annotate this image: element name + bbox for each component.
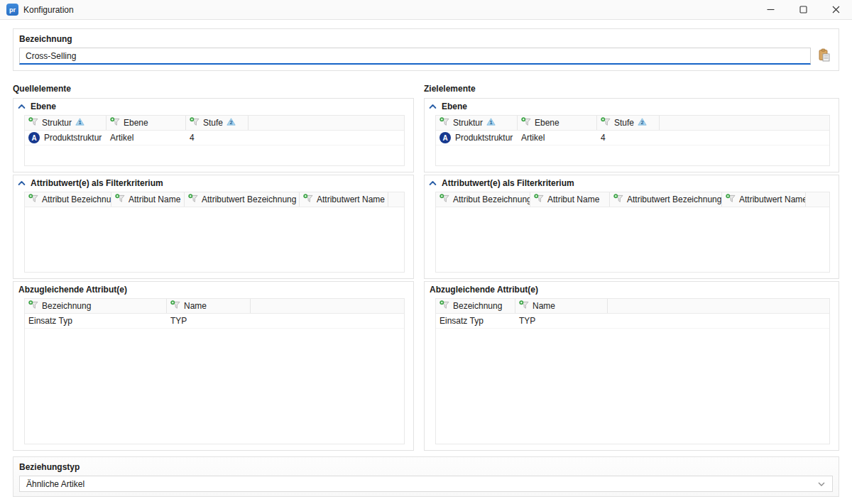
beziehungstyp-label: Beziehungstyp <box>19 462 833 472</box>
cell-struktur: Produktstruktur <box>455 133 513 143</box>
column-header-bezeichnung[interactable]: Bezeichnung <box>25 299 167 313</box>
column-label: Attributwert Bezeichnung <box>202 195 296 204</box>
cell-bezeichnung: Einsatz Typ <box>439 316 484 326</box>
bezeichnung-group: Bezeichnung <box>13 28 839 71</box>
table-header-row: Attribut Bezeichnung Attribut Name Attri… <box>25 192 404 207</box>
filter-add-icon[interactable] <box>110 117 120 128</box>
target-ebene-expander[interactable]: Ebene <box>425 99 839 114</box>
filter-add-icon[interactable] <box>601 117 611 128</box>
filter-add-icon[interactable] <box>439 300 449 312</box>
cell-name: TYP <box>519 316 535 326</box>
target-filter-expander[interactable]: Attributwert(e) als Filterkriterium <box>425 175 839 190</box>
target-attribute-header: Abzugleichende Attribut(e) <box>430 285 538 295</box>
filter-add-icon[interactable] <box>28 300 38 312</box>
table-row[interactable]: A Produktstruktur Artikel 4 <box>436 131 829 146</box>
filter-add-icon[interactable] <box>170 300 180 312</box>
column-header-attributwert-bezeichnung[interactable]: Attributwert Bezeichnung <box>610 192 722 207</box>
target-ebene-table: Struktur 1 Ebene Stufe 2 <box>435 115 830 166</box>
target-ebene-header: Ebene <box>442 102 467 111</box>
source-attribute-panel: Abzugleichende Attribut(e) Bezeichnung N… <box>13 281 414 451</box>
title-bar: pr Konfiguration <box>0 0 852 20</box>
target-attribute-panel: Abzugleichende Attribut(e) Bezeichnung N… <box>424 281 839 451</box>
target-column-title: Zielelemente <box>424 82 839 98</box>
column-label: Struktur <box>42 118 72 128</box>
table-row[interactable]: Einsatz Typ TYP <box>25 314 404 329</box>
column-header-struktur[interactable]: Struktur 1 <box>25 116 106 130</box>
target-filter-panel: Attributwert(e) als Filterkriterium Attr… <box>424 175 839 279</box>
source-ebene-expander[interactable]: Ebene <box>13 99 413 114</box>
column-label: Bezeichnung <box>453 301 502 311</box>
table-row[interactable]: A Produktstruktur Artikel 4 <box>25 131 404 146</box>
filter-add-icon[interactable] <box>439 194 449 205</box>
close-button[interactable] <box>819 0 852 19</box>
maximize-button[interactable] <box>787 0 819 19</box>
column-label: Struktur <box>453 118 483 128</box>
app-icon: pr <box>6 4 18 16</box>
column-header-struktur[interactable]: Struktur 1 <box>436 116 518 130</box>
collapse-chevron-icon[interactable] <box>18 102 26 111</box>
column-header-attribut-name[interactable]: Attribut Name <box>111 192 185 207</box>
svg-text:2: 2 <box>229 119 232 126</box>
paste-button[interactable] <box>816 48 833 65</box>
attribute-type-icon: A <box>439 132 451 143</box>
source-ebene-panel: Ebene Struktur 1 Ebene <box>13 98 414 172</box>
filter-add-icon[interactable] <box>439 117 449 128</box>
column-header-attributwert-name[interactable]: Attributwert Name <box>300 192 388 207</box>
column-label: Ebene <box>535 118 559 128</box>
filter-add-icon[interactable] <box>188 194 198 205</box>
source-attribute-table: Bezeichnung Name Einsatz Typ TYP <box>24 298 405 444</box>
cell-stufe: 4 <box>601 133 606 143</box>
filter-add-icon[interactable] <box>534 194 544 205</box>
column-header-name[interactable]: Name <box>515 299 608 313</box>
svg-text:1: 1 <box>489 119 492 126</box>
filter-add-icon[interactable] <box>726 194 736 205</box>
minimize-button[interactable] <box>754 0 787 19</box>
source-column: Quellelemente Ebene Struktur 1 <box>13 82 414 451</box>
sort-order-2-icon: 2 <box>226 118 236 128</box>
column-label: Attributwert Name <box>739 195 806 204</box>
column-label: Attribut Bezeichnung <box>453 195 530 204</box>
target-column: Zielelemente Ebene Struktur 1 <box>424 82 839 451</box>
collapse-chevron-icon[interactable] <box>429 102 437 111</box>
column-header-attribut-name[interactable]: Attribut Name <box>530 192 610 207</box>
minimize-icon <box>767 6 775 13</box>
maximize-icon <box>799 6 807 13</box>
table-row[interactable]: Einsatz Typ TYP <box>436 314 829 329</box>
sort-order-2-icon: 2 <box>638 118 647 128</box>
cell-name: TYP <box>170 316 187 326</box>
source-attribute-header-row: Abzugleichende Attribut(e) <box>13 282 413 297</box>
filter-add-icon[interactable] <box>115 194 125 205</box>
column-header-stufe[interactable]: Stufe 2 <box>186 116 248 130</box>
column-header-attributwert-name[interactable]: Attributwert Name <box>722 192 806 207</box>
filter-add-icon[interactable] <box>28 194 38 205</box>
close-icon <box>832 6 840 13</box>
filter-add-icon[interactable] <box>521 117 531 128</box>
filter-add-icon[interactable] <box>303 194 313 205</box>
column-header-stufe[interactable]: Stufe 2 <box>597 116 660 130</box>
column-header-attributwert-bezeichnung[interactable]: Attributwert Bezeichnung <box>185 192 300 207</box>
filter-add-icon[interactable] <box>519 300 529 312</box>
column-header-attribut-bezeichnung[interactable]: Attribut Bezeichnung <box>436 192 530 207</box>
column-header-attribut-bezeichnung[interactable]: Attribut Bezeichnung <box>25 192 111 207</box>
filter-add-icon[interactable] <box>613 194 623 205</box>
filter-add-icon[interactable] <box>190 117 200 128</box>
collapse-chevron-icon[interactable] <box>429 178 437 188</box>
target-filter-table: Attribut Bezeichnung Attribut Name Attri… <box>435 192 830 273</box>
column-header-ebene[interactable]: Ebene <box>106 116 186 130</box>
sort-order-1-icon: 1 <box>75 118 84 128</box>
column-label: Attributwert Name <box>317 195 385 204</box>
column-header-bezeichnung[interactable]: Bezeichnung <box>436 299 515 313</box>
table-header-row: Bezeichnung Name <box>436 299 829 314</box>
sort-order-1-icon: 1 <box>486 118 496 128</box>
column-label: Attribut Bezeichnung <box>42 195 111 204</box>
bezeichnung-input[interactable] <box>19 48 811 65</box>
column-header-name[interactable]: Name <box>167 299 251 313</box>
beziehungstyp-select[interactable]: Ähnliche Artikel <box>19 476 833 492</box>
source-ebene-header: Ebene <box>31 102 56 111</box>
collapse-chevron-icon[interactable] <box>18 178 26 188</box>
column-label: Stufe <box>614 118 634 128</box>
filter-add-icon[interactable] <box>28 117 38 128</box>
column-label: Name <box>184 301 207 311</box>
source-filter-expander[interactable]: Attributwert(e) als Filterkriterium <box>13 175 413 190</box>
column-header-ebene[interactable]: Ebene <box>518 116 597 130</box>
